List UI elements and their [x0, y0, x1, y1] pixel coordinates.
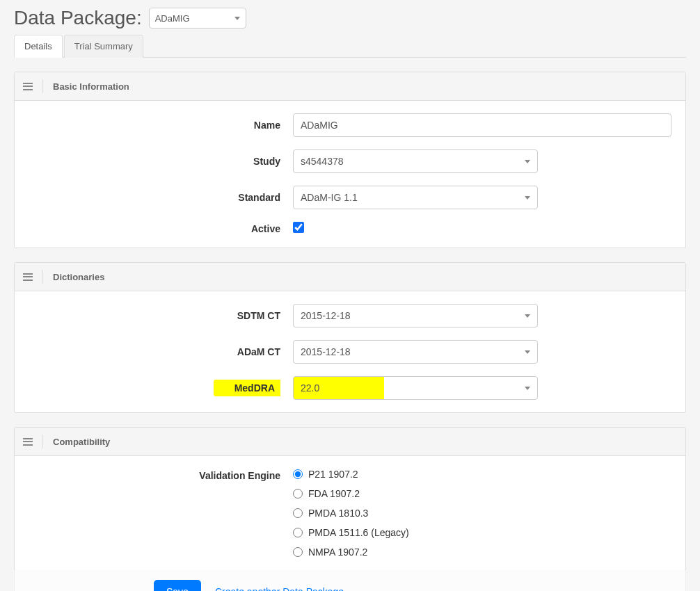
- standard-select[interactable]: ADaM-IG 1.1: [293, 186, 538, 209]
- radio-input[interactable]: [293, 528, 303, 537]
- meddra-label-text: MedDRA: [214, 380, 280, 396]
- radio-label: NMPA 1907.2: [308, 547, 367, 558]
- divider: [42, 435, 43, 448]
- radio-option-pmda-1810[interactable]: PMDA 1810.3: [293, 508, 671, 519]
- radio-option-pmda-1511[interactable]: PMDA 1511.6 (Legacy): [293, 527, 671, 538]
- study-select[interactable]: s4544378: [293, 149, 538, 173]
- menu-icon[interactable]: [23, 273, 33, 281]
- sdtm-ct-label: SDTM CT: [29, 310, 293, 321]
- validation-engine-label: Validation Engine: [29, 469, 293, 481]
- radio-label: P21 1907.2: [308, 469, 358, 480]
- adam-ct-select[interactable]: 2015-12-18: [293, 340, 538, 364]
- active-checkbox[interactable]: [293, 222, 304, 233]
- panel-title: Compatibility: [53, 437, 110, 447]
- action-bar: Save Create another Data Package: [14, 570, 686, 591]
- tab-details[interactable]: Details: [14, 35, 63, 58]
- name-label: Name: [29, 120, 293, 131]
- validation-engine-radio-group: P21 1907.2 FDA 1907.2 PMDA 1810.3 P: [293, 469, 671, 558]
- standard-select-value: ADaM-IG 1.1: [301, 192, 358, 203]
- active-label: Active: [29, 223, 293, 234]
- tab-trial-summary[interactable]: Trial Summary: [64, 35, 143, 58]
- radio-label: PMDA 1810.3: [308, 508, 368, 519]
- chevron-down-icon: [234, 17, 240, 20]
- panel-title: Basic Information: [53, 81, 129, 92]
- menu-icon[interactable]: [23, 83, 33, 90]
- meddra-label: MedDRA: [29, 382, 293, 394]
- radio-label: FDA 1907.2: [308, 488, 360, 499]
- radio-input[interactable]: [293, 508, 303, 518]
- chevron-down-icon: [525, 196, 530, 200]
- divider: [42, 270, 43, 284]
- meddra-value: 22.0: [301, 382, 319, 394]
- tab-bar: Details Trial Summary: [14, 35, 686, 58]
- standard-label: Standard: [29, 192, 293, 203]
- adam-ct-label: ADaM CT: [29, 346, 293, 357]
- package-selector[interactable]: ADaMIG: [149, 8, 246, 29]
- radio-input[interactable]: [293, 547, 303, 557]
- sdtm-ct-select[interactable]: 2015-12-18: [293, 304, 538, 327]
- panel-basic-information: Basic Information Name Study s4544378: [14, 72, 686, 248]
- radio-input[interactable]: [293, 469, 303, 479]
- chevron-down-icon: [525, 350, 530, 354]
- save-button[interactable]: Save: [154, 580, 201, 591]
- chevron-down-icon: [525, 314, 530, 318]
- package-selector-value: ADaMIG: [155, 13, 190, 24]
- chevron-down-icon: [525, 160, 530, 163]
- radio-option-nmpa[interactable]: NMPA 1907.2: [293, 547, 671, 558]
- divider: [42, 79, 43, 93]
- study-label: Study: [29, 156, 293, 167]
- sdtm-ct-value: 2015-12-18: [301, 310, 351, 321]
- panel-compatibility: Compatibility Validation Engine P21 1907…: [14, 427, 686, 571]
- study-select-value: s4544378: [301, 156, 344, 167]
- meddra-select[interactable]: 22.0: [293, 376, 538, 400]
- page-title: Data Package:: [14, 7, 142, 29]
- panel-title: Dictionaries: [53, 272, 104, 282]
- radio-option-p21[interactable]: P21 1907.2: [293, 469, 671, 480]
- adam-ct-value: 2015-12-18: [301, 346, 351, 357]
- radio-input[interactable]: [293, 489, 303, 499]
- chevron-down-icon: [525, 387, 530, 390]
- radio-label: PMDA 1511.6 (Legacy): [308, 527, 409, 538]
- name-input[interactable]: [293, 113, 671, 137]
- menu-icon[interactable]: [23, 438, 33, 446]
- panel-dictionaries: Dictionaries SDTM CT 2015-12-18 ADaM CT …: [14, 262, 686, 413]
- create-another-link[interactable]: Create another Data Package: [215, 586, 344, 591]
- radio-option-fda[interactable]: FDA 1907.2: [293, 488, 671, 499]
